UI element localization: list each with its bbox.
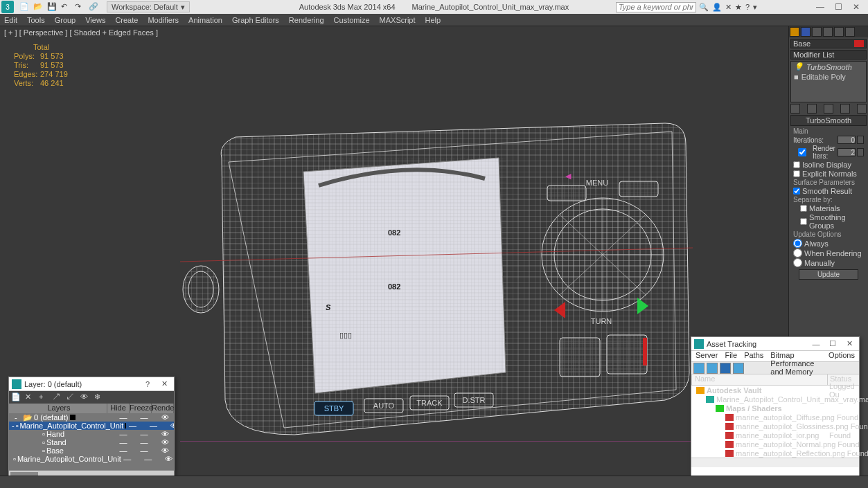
- make-unique-icon[interactable]: [824, 104, 833, 114]
- menu-group[interactable]: Group: [55, 16, 76, 24]
- table-view-icon[interactable]: [733, 363, 744, 374]
- asset-row[interactable]: marine_autopilot_Glossiness.pngFound: [691, 422, 859, 431]
- col-hide[interactable]: Hide: [107, 404, 130, 413]
- favorites-icon[interactable]: ★: [735, 3, 742, 12]
- explicit-check[interactable]: [793, 170, 800, 177]
- exchange-icon[interactable]: ✕: [725, 3, 732, 12]
- tab-hierarchy[interactable]: [812, 27, 822, 37]
- tab-modify[interactable]: [801, 27, 811, 37]
- smoothing-groups-check[interactable]: [800, 218, 807, 225]
- panel-close-button[interactable]: ✕: [157, 378, 171, 390]
- layer-row[interactable]: ▫Marine_Autopilot_Control_Unit——👁: [9, 455, 174, 463]
- isoline-check[interactable]: [793, 161, 800, 168]
- always-radio[interactable]: [793, 239, 802, 248]
- qat-redo-icon[interactable]: ↷: [75, 2, 85, 12]
- app-icon[interactable]: 3: [1, 1, 14, 13]
- layer-row[interactable]: ▫Stand——👁: [9, 438, 174, 446]
- asset-row[interactable]: Marine_Autopilot_Control_Unit_max_vray.m…: [691, 395, 859, 404]
- col-layers[interactable]: Layers: [9, 404, 107, 413]
- search-input[interactable]: [616, 2, 696, 12]
- asset-scrollbar[interactable]: [691, 458, 859, 467]
- minimize-button[interactable]: —: [809, 338, 823, 350]
- search-icon[interactable]: 🔍: [699, 3, 709, 12]
- tab-display[interactable]: [834, 27, 844, 37]
- col-render[interactable]: Rende: [152, 404, 174, 413]
- iterations-input[interactable]: [838, 136, 856, 144]
- menu-edit[interactable]: Edit: [4, 16, 17, 24]
- help-menu-icon[interactable]: ▾: [753, 3, 757, 12]
- menu-options[interactable]: Options: [829, 351, 855, 361]
- stack-editable-poly[interactable]: ■Editable Poly: [791, 72, 866, 82]
- layer-row[interactable]: ▫Hand——👁: [9, 430, 174, 438]
- workspace-selector[interactable]: Workspace: Default ▾: [107, 1, 190, 12]
- materials-check[interactable]: [800, 205, 807, 212]
- asset-row[interactable]: marine_autopilot_ior.pngFound: [691, 431, 859, 440]
- spinner-icon[interactable]: [857, 148, 864, 156]
- qat-save-icon[interactable]: 💾: [47, 2, 57, 12]
- asset-row[interactable]: Autodesk VaultLogged Ou: [691, 386, 859, 395]
- modifier-stack[interactable]: 💡TurboSmooth ■Editable Poly: [790, 61, 867, 102]
- menu-views[interactable]: Views: [85, 16, 105, 24]
- manually-radio[interactable]: [793, 258, 802, 267]
- menu-server[interactable]: Server: [696, 351, 718, 361]
- qat-undo-icon[interactable]: ↶: [61, 2, 71, 12]
- menu-help[interactable]: Help: [425, 16, 441, 24]
- menu-paths[interactable]: Paths: [744, 351, 763, 361]
- menu-graph-editors[interactable]: Graph Editors: [232, 16, 279, 24]
- layer-tree[interactable]: -📂0 (default)——👁-▫Marine_Autopilot_Contr…: [9, 413, 174, 470]
- freeze-unfreeze-icon[interactable]: ❄: [94, 392, 104, 402]
- update-button[interactable]: Update: [799, 269, 858, 280]
- show-end-result-icon[interactable]: [807, 104, 817, 114]
- col-name[interactable]: Name: [691, 374, 827, 385]
- asset-row[interactable]: marine_autopilot_Normal.pngFound: [691, 440, 859, 449]
- close-button[interactable]: ✕: [847, 1, 865, 13]
- layer-row[interactable]: -📂0 (default)——👁: [9, 413, 174, 422]
- asset-row[interactable]: marine_autopilot_Reflection.pngFound: [691, 449, 859, 458]
- tab-utilities[interactable]: [845, 27, 855, 37]
- render-iters-check[interactable]: [793, 148, 811, 156]
- highlight-select-icon[interactable]: 🡗: [67, 392, 76, 402]
- layer-row[interactable]: ▫Base——👁: [9, 446, 174, 455]
- close-button[interactable]: ✕: [842, 338, 856, 350]
- menu-modifiers[interactable]: Modifiers: [148, 16, 179, 24]
- qat-link-icon[interactable]: 🔗: [89, 2, 98, 12]
- asset-rows[interactable]: Autodesk VaultLogged OuMarine_Autopilot_…: [691, 386, 859, 458]
- signin-icon[interactable]: 👤: [712, 3, 722, 12]
- status-icon[interactable]: [707, 363, 718, 374]
- delete-layer-icon[interactable]: ✕: [25, 392, 35, 402]
- select-highlight-icon[interactable]: 🡕: [53, 392, 62, 402]
- menu-customize[interactable]: Customize: [334, 16, 370, 24]
- help-icon[interactable]: ?: [745, 3, 750, 12]
- menu-bitmap[interactable]: Bitmap Performance and Memory: [770, 351, 822, 361]
- pin-stack-icon[interactable]: [790, 104, 800, 114]
- viewport-label[interactable]: [ + ] [ Perspective ] [ Shaded + Edged F…: [4, 28, 158, 37]
- modifier-list-dropdown[interactable]: Modifier List: [790, 50, 867, 60]
- add-to-layer-icon[interactable]: +: [39, 392, 48, 402]
- object-color-swatch[interactable]: [854, 40, 864, 47]
- menu-animation[interactable]: Animation: [188, 16, 222, 24]
- configure-sets-icon[interactable]: [857, 104, 867, 114]
- minimize-button[interactable]: —: [811, 1, 829, 13]
- qat-open-icon[interactable]: 📂: [33, 2, 43, 12]
- render-iters-input[interactable]: [838, 148, 856, 156]
- panel-help-button[interactable]: ?: [141, 378, 154, 390]
- object-name-field[interactable]: Base: [790, 39, 867, 48]
- tab-motion[interactable]: [823, 27, 833, 37]
- spinner-icon[interactable]: [857, 136, 864, 144]
- menu-rendering[interactable]: Rendering: [289, 16, 324, 24]
- asset-row[interactable]: Maps / Shaders: [691, 404, 859, 413]
- tab-create[interactable]: [790, 27, 799, 37]
- when-rendering-radio[interactable]: [793, 248, 802, 257]
- maximize-button[interactable]: ☐: [826, 338, 840, 350]
- stack-turbosmooth[interactable]: 💡TurboSmooth: [791, 62, 866, 72]
- col-freeze[interactable]: Freeze: [130, 404, 152, 413]
- menu-file[interactable]: File: [725, 351, 737, 361]
- bulb-icon[interactable]: 💡: [794, 62, 804, 71]
- asset-row[interactable]: marine_autopilot_Diffuse.pngFound: [691, 413, 859, 422]
- menu-tools[interactable]: Tools: [27, 16, 45, 24]
- smooth-result-check[interactable]: [793, 188, 800, 195]
- rollout-header[interactable]: TurboSmooth: [790, 115, 867, 126]
- new-layer-icon[interactable]: 📄: [11, 392, 21, 402]
- qat-new-icon[interactable]: 📄: [19, 2, 29, 12]
- menu-create[interactable]: Create: [115, 16, 138, 24]
